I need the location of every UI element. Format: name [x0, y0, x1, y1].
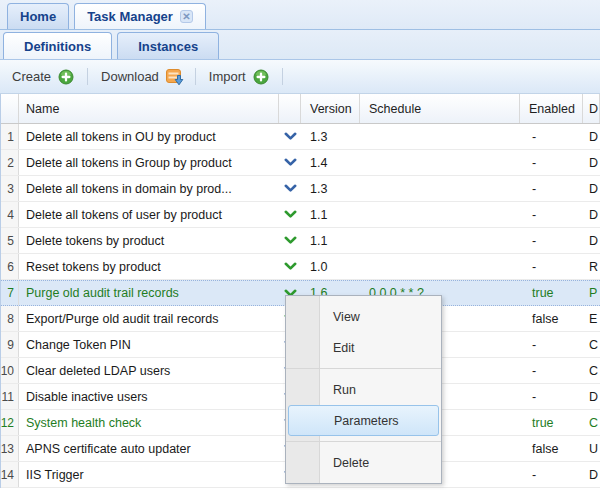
- description-cell: D: [583, 176, 600, 201]
- enabled-cell: -: [520, 462, 583, 487]
- table-row[interactable]: 1 Delete all tokens in OU by product 1.3…: [1, 124, 600, 150]
- enabled-cell: false: [520, 436, 583, 461]
- chevron-down-icon[interactable]: [279, 202, 301, 227]
- task-name-cell: Delete all tokens in OU by product: [19, 124, 279, 149]
- download-button[interactable]: Download: [93, 65, 190, 89]
- schedule-cell: [360, 254, 520, 279]
- column-header-description[interactable]: D: [583, 94, 600, 123]
- description-cell: D: [583, 228, 600, 253]
- table-row[interactable]: 2 Delete all tokens in Group by product …: [1, 150, 600, 176]
- task-name-cell: System health check: [19, 410, 279, 435]
- grid-header: Name Version Schedule Enabled D: [1, 94, 600, 124]
- description-cell: D: [583, 202, 600, 227]
- tab-definitions[interactable]: Definitions: [3, 32, 112, 59]
- context-menu: ViewEditRunParametersDelete: [285, 295, 442, 484]
- create-button[interactable]: Create: [4, 65, 82, 89]
- column-header-rownum[interactable]: [1, 94, 19, 123]
- enabled-cell: true: [520, 281, 583, 305]
- row-number: 5: [1, 228, 19, 253]
- tab-definitions-label: Definitions: [24, 39, 91, 54]
- schedule-cell: [360, 150, 520, 175]
- tab-home[interactable]: Home: [7, 3, 69, 29]
- menu-item-delete[interactable]: Delete: [286, 447, 441, 478]
- task-name-cell: Purge old audit trail records: [19, 281, 279, 305]
- description-cell: D: [583, 150, 600, 175]
- chevron-down-icon[interactable]: [279, 150, 301, 175]
- row-number: 14: [1, 462, 19, 487]
- toolbar: Create Download Import: [0, 60, 600, 94]
- menu-item-parameters[interactable]: Parameters: [288, 405, 439, 436]
- version-cell: 1.1: [301, 202, 360, 227]
- row-number: 2: [1, 150, 19, 175]
- tab-task-manager[interactable]: Task Manager ✕: [74, 3, 206, 29]
- column-header-enabled[interactable]: Enabled: [520, 94, 583, 123]
- description-cell: U: [583, 436, 600, 461]
- description-cell: E: [583, 306, 600, 331]
- description-cell: D: [583, 462, 600, 487]
- import-button[interactable]: Import: [201, 65, 277, 89]
- row-number: 7: [1, 281, 19, 305]
- chevron-down-icon[interactable]: [279, 176, 301, 201]
- export-icon: [166, 69, 182, 85]
- description-cell: D: [583, 384, 600, 409]
- enabled-cell: -: [520, 124, 583, 149]
- schedule-cell: [360, 176, 520, 201]
- row-number: 3: [1, 176, 19, 201]
- chevron-down-icon[interactable]: [279, 228, 301, 253]
- task-name-cell: Delete tokens by product: [19, 228, 279, 253]
- chevron-down-icon[interactable]: [279, 254, 301, 279]
- table-row[interactable]: 4 Delete all tokens of user by product 1…: [1, 202, 600, 228]
- menu-item-edit[interactable]: Edit: [286, 332, 441, 363]
- column-header-schedule[interactable]: Schedule: [360, 94, 520, 123]
- download-button-label: Download: [101, 69, 159, 84]
- import-button-label: Import: [209, 69, 246, 84]
- task-name-cell: Delete all tokens in Group by product: [19, 150, 279, 175]
- sub-tab-bar: Definitions Instances: [0, 30, 600, 60]
- enabled-cell: -: [520, 254, 583, 279]
- table-row[interactable]: 3 Delete all tokens in domain by prod...…: [1, 176, 600, 202]
- description-cell: C: [583, 358, 600, 383]
- row-number: 13: [1, 436, 19, 461]
- toolbar-separator: [282, 68, 283, 85]
- menu-item-run[interactable]: Run: [286, 374, 441, 405]
- table-row[interactable]: 6 Reset tokens by product 1.0 - R: [1, 254, 600, 280]
- chevron-down-icon[interactable]: [279, 124, 301, 149]
- main-tab-bar: Home Task Manager ✕: [0, 0, 600, 30]
- task-name-cell: IIS Trigger: [19, 462, 279, 487]
- row-number: 8: [1, 306, 19, 331]
- column-header-version[interactable]: Version: [301, 94, 360, 123]
- version-cell: 1.3: [301, 124, 360, 149]
- menu-separator: [286, 368, 441, 369]
- menu-item-view[interactable]: View: [286, 301, 441, 332]
- enabled-cell: -: [520, 202, 583, 227]
- description-cell: R: [583, 254, 600, 279]
- version-cell: 1.0: [301, 254, 360, 279]
- enabled-cell: -: [520, 228, 583, 253]
- version-cell: 1.3: [301, 176, 360, 201]
- task-name-cell: APNS certificate auto updater: [19, 436, 279, 461]
- version-cell: 1.1: [301, 228, 360, 253]
- description-cell: C: [583, 332, 600, 357]
- column-header-actions[interactable]: [279, 94, 301, 123]
- row-number: 10: [1, 358, 19, 383]
- task-name-cell: Delete all tokens of user by product: [19, 202, 279, 227]
- enabled-cell: -: [520, 358, 583, 383]
- table-row[interactable]: 5 Delete tokens by product 1.1 - D: [1, 228, 600, 254]
- tab-task-manager-label: Task Manager: [87, 9, 173, 24]
- enabled-cell: -: [520, 384, 583, 409]
- task-name-cell: Delete all tokens in domain by prod...: [19, 176, 279, 201]
- add-icon: [58, 69, 74, 85]
- enabled-cell: -: [520, 176, 583, 201]
- task-name-cell: Disable inactive users: [19, 384, 279, 409]
- description-cell: C: [583, 410, 600, 435]
- version-cell: 1.4: [301, 150, 360, 175]
- row-number: 6: [1, 254, 19, 279]
- enabled-cell: false: [520, 306, 583, 331]
- task-name-cell: Reset tokens by product: [19, 254, 279, 279]
- enabled-cell: -: [520, 332, 583, 357]
- close-icon[interactable]: ✕: [180, 10, 193, 23]
- toolbar-separator: [87, 68, 88, 85]
- tab-instances[interactable]: Instances: [117, 32, 219, 59]
- column-header-name[interactable]: Name: [19, 94, 279, 123]
- schedule-cell: [360, 124, 520, 149]
